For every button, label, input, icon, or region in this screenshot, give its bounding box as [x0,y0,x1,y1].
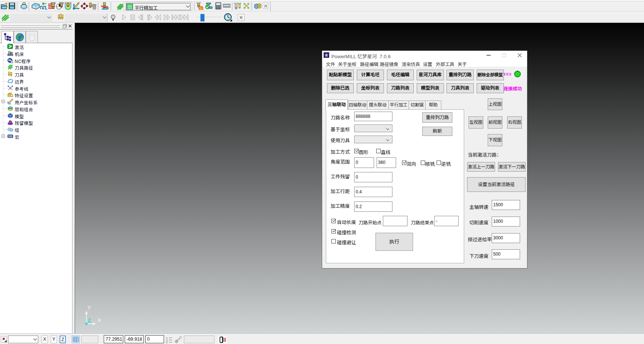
svg-text:Z: Z [88,317,91,323]
svg-text:Y: Y [88,306,91,310]
svg-text:X: X [98,317,101,323]
svg-text:z: z [166,341,168,344]
